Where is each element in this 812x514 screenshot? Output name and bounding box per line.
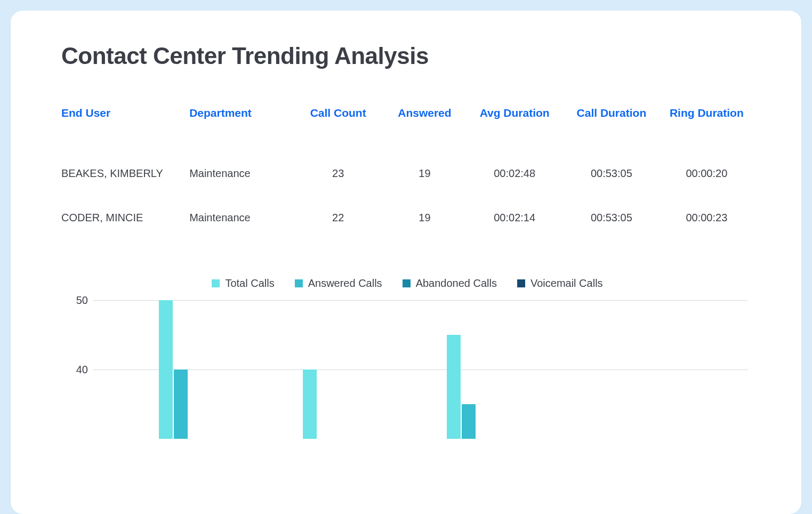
col-end-user[interactable]: End User — [61, 107, 189, 151]
bar-answered-calls[interactable] — [174, 370, 188, 439]
cell-ring-duration: 00:00:23 — [660, 196, 753, 240]
analysis-table: End User Department Call Count Answered … — [61, 107, 753, 240]
cell-answered: 19 — [383, 151, 467, 196]
cell-answered: 19 — [383, 196, 467, 240]
bar-group — [447, 300, 476, 439]
ytick-label: 50 — [67, 294, 88, 307]
cell-ring-duration: 00:00:20 — [660, 151, 753, 196]
col-ring-duration[interactable]: Ring Duration — [660, 107, 753, 151]
legend-label: Abandoned Calls — [416, 277, 497, 290]
legend-label: Voicemail Calls — [530, 277, 603, 290]
cell-call-duration: 00:53:05 — [563, 151, 660, 196]
chart-plot-area: 50 40 — [93, 300, 748, 439]
legend-label: Answered Calls — [308, 277, 382, 290]
cell-department: Maintenance — [189, 196, 293, 240]
cell-department: Maintenance — [189, 151, 293, 196]
legend-item-abandoned-calls[interactable]: Abandoned Calls — [403, 277, 497, 290]
bar-group — [303, 300, 317, 439]
col-avg-duration[interactable]: Avg Duration — [466, 107, 563, 151]
legend-swatch-icon — [212, 279, 220, 287]
bar-total-calls[interactable] — [447, 335, 461, 439]
bar-total-calls[interactable] — [159, 300, 173, 439]
page-title: Contact Center Trending Analysis — [61, 43, 753, 69]
table-header-row: End User Department Call Count Answered … — [61, 107, 753, 151]
legend-item-voicemail-calls[interactable]: Voicemail Calls — [517, 277, 603, 290]
bar-answered-calls[interactable] — [462, 404, 476, 439]
col-answered[interactable]: Answered — [383, 107, 467, 151]
bar-total-calls[interactable] — [303, 370, 317, 439]
legend-label: Total Calls — [225, 277, 274, 290]
cell-call-count: 23 — [293, 151, 383, 196]
bar-group — [159, 300, 188, 439]
cell-call-duration: 00:53:05 — [563, 196, 660, 240]
col-department[interactable]: Department — [189, 107, 293, 151]
cell-avg-duration: 00:02:14 — [466, 196, 563, 240]
cell-end-user: BEAKES, KIMBERLY — [61, 151, 189, 196]
chart-legend: Total Calls Answered Calls Abandoned Cal… — [61, 277, 753, 290]
report-card: Contact Center Trending Analysis End Use… — [11, 11, 801, 514]
legend-item-total-calls[interactable]: Total Calls — [212, 277, 274, 290]
cell-end-user: CODER, MINCIE — [61, 196, 189, 240]
cell-call-count: 22 — [293, 196, 383, 240]
cell-avg-duration: 00:02:48 — [466, 151, 563, 196]
ytick-label: 40 — [67, 364, 88, 376]
calls-chart: Total Calls Answered Calls Abandoned Cal… — [61, 277, 753, 439]
col-call-count[interactable]: Call Count — [293, 107, 383, 151]
bars-layer — [93, 300, 748, 439]
col-call-duration[interactable]: Call Duration — [563, 107, 660, 151]
legend-swatch-icon — [403, 279, 411, 287]
legend-swatch-icon — [517, 279, 525, 287]
table-row: CODER, MINCIE Maintenance 22 19 00:02:14… — [61, 196, 753, 240]
legend-swatch-icon — [295, 279, 303, 287]
legend-item-answered-calls[interactable]: Answered Calls — [295, 277, 382, 290]
table-row: BEAKES, KIMBERLY Maintenance 23 19 00:02… — [61, 151, 753, 196]
